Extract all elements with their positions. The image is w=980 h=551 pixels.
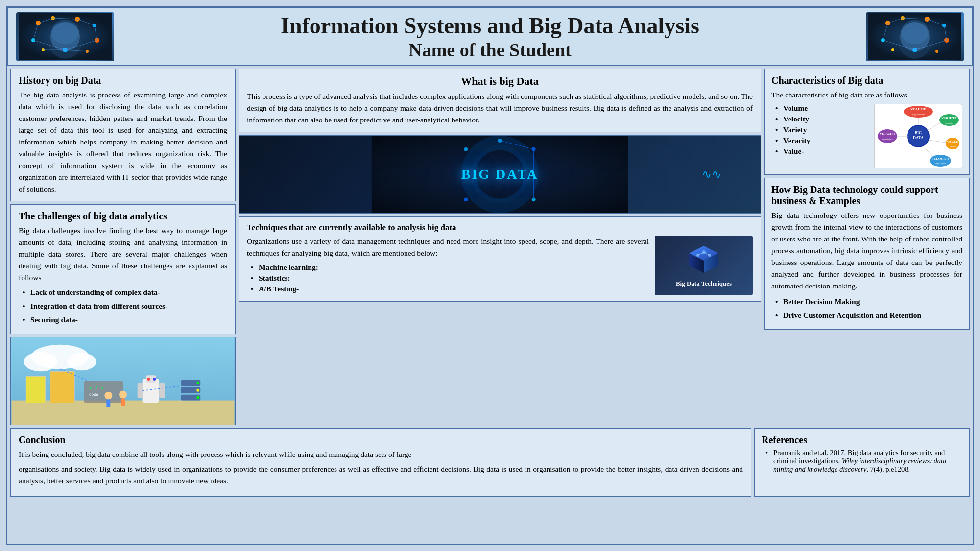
left-column: History on big Data The big data analysi… — [10, 69, 236, 425]
what-title: What is big Data — [247, 75, 753, 88]
char-subtitle: The characteristics of big data are as f… — [771, 89, 962, 101]
techniques-body: Organizations use a variety of data mana… — [247, 236, 753, 295]
svg-rect-65 — [106, 400, 110, 407]
svg-point-52 — [147, 378, 150, 381]
svg-point-2 — [51, 20, 79, 44]
svg-text:huge amount: huge amount — [912, 113, 925, 116]
challenges-bullets: Lack of understanding of complex data- I… — [19, 287, 227, 326]
history-body: The big data analysis is process of exam… — [19, 89, 227, 195]
svg-text:code: code — [89, 392, 98, 397]
svg-point-76 — [464, 147, 468, 151]
svg-text:< / >: < / > — [89, 385, 104, 391]
svg-point-77 — [464, 198, 468, 202]
sub-title: Name of the Student — [281, 39, 699, 61]
references-title: References — [762, 434, 962, 446]
techniques-img-label: Big Data Techniques — [676, 280, 732, 287]
techniques-panel: Techniques that are currently available … — [239, 216, 761, 302]
history-title: History on big Data — [19, 75, 227, 86]
svg-text:VELOCITY: VELOCITY — [931, 157, 949, 161]
poster: Information Systems and Big Data Analysi… — [6, 6, 974, 545]
svg-point-43 — [24, 352, 57, 372]
char-var: Variety — [775, 125, 870, 134]
challenges-panel: The challenges of big data analytics Big… — [10, 204, 236, 334]
svg-rect-46 — [50, 372, 74, 403]
char-vel: Velocity — [775, 115, 870, 123]
svg-rect-67 — [121, 399, 125, 406]
header: Information Systems and Big Data Analysi… — [7, 7, 973, 66]
svg-rect-55 — [159, 383, 165, 398]
char-vol: Volume — [775, 104, 870, 113]
techniques-title: Techniques that are currently available … — [247, 223, 753, 233]
svg-rect-45 — [26, 377, 46, 403]
conclusion-body: It is being concluded, big data combine … — [19, 449, 743, 487]
reference-1: Pramanik and et.al, 2017. Big data analy… — [765, 449, 962, 474]
howbig-bullet-2: Drive Customer Acquisition and Retention — [775, 310, 962, 321]
techniques-bullets: Machine learning: Statistics: A/B Testin… — [247, 263, 649, 293]
svg-text:VALUE: VALUE — [947, 140, 958, 144]
howbig-body: Big data technology offers new opportuni… — [771, 210, 962, 321]
svg-text:VARIETY: VARIETY — [941, 116, 956, 120]
header-image-left — [16, 12, 114, 61]
svg-text:BIG: BIG — [915, 131, 922, 135]
bigdata-image: BIG DATA ∿∿ — [239, 135, 761, 214]
techniques-intro: Organizations use a variety of data mana… — [247, 236, 649, 259]
svg-point-31 — [891, 48, 894, 51]
challenges-body: Big data challenges involve finding the … — [19, 225, 227, 326]
bigdata-image-label: BIG DATA — [461, 167, 539, 182]
howbig-bullet-1: Better Decision Making — [775, 296, 962, 308]
svg-point-32 — [935, 50, 938, 53]
technique-3: A/B Testing- — [251, 285, 649, 293]
technique-2: Statistics: — [251, 274, 649, 283]
svg-point-66 — [119, 391, 127, 399]
svg-point-9 — [63, 48, 68, 52]
svg-point-57 — [196, 382, 199, 384]
challenges-title: The challenges of big data analytics — [19, 211, 227, 222]
conclusion-title: Conclusion — [19, 434, 743, 446]
svg-point-59 — [196, 389, 199, 392]
char-bullets: Volume Velocity Variety Veracity Value- — [771, 104, 870, 156]
char-vera: Veracity — [775, 136, 870, 145]
svg-text:uncertainty: uncertainty — [882, 138, 893, 140]
svg-text:high speed: high speed — [935, 162, 946, 165]
right-column: Characteristics of Big data The characte… — [764, 69, 970, 330]
svg-point-53 — [153, 378, 156, 381]
bottom-left-illustration: < / > code — [10, 337, 236, 425]
svg-point-44 — [67, 353, 96, 371]
references-panel: References Pramanik and et.al, 2017. Big… — [754, 428, 970, 496]
howbig-panel: How Big Data technology could support bu… — [764, 178, 970, 330]
svg-text:VOLUME: VOLUME — [910, 107, 926, 111]
char-inner: Volume Velocity Variety Veracity Value- — [771, 104, 962, 168]
char-list: Volume Velocity Variety Veracity Value- — [771, 104, 870, 168]
svg-text:formats: formats — [945, 122, 953, 124]
what-body: This process is a type of advanced analy… — [247, 91, 753, 126]
svg-point-108 — [878, 129, 897, 143]
svg-text:useful: useful — [950, 145, 956, 148]
bottom-row: Conclusion It is being concluded, big da… — [7, 428, 973, 499]
techniques-text: Organizations use a variety of data mana… — [247, 236, 649, 295]
svg-point-64 — [104, 392, 112, 400]
howbig-bullets: Better Decision Making Drive Customer Ac… — [771, 296, 962, 321]
center-column: What is big Data This process is a type … — [239, 69, 761, 302]
challenge-item-3: Securing data- — [23, 314, 227, 326]
svg-text:DATA: DATA — [913, 136, 924, 140]
characteristics-panel: Characteristics of Big data The characte… — [764, 69, 970, 175]
char-title: Characteristics of Big data — [771, 75, 962, 86]
conclusion-panel: Conclusion It is being concluded, big da… — [10, 428, 751, 496]
svg-point-61 — [196, 396, 199, 399]
header-title-block: Information Systems and Big Data Analysi… — [281, 12, 699, 61]
svg-text:VERACITY: VERACITY — [880, 132, 896, 135]
howbig-title: How Big Data technology could support bu… — [771, 184, 962, 207]
what-is-bigdata-panel: What is big Data This process is a type … — [239, 69, 761, 132]
techniques-image: Big Data Techniques — [655, 236, 753, 295]
references-list: Pramanik and et.al, 2017. Big data analy… — [762, 449, 962, 474]
char-val: Value- — [775, 147, 870, 156]
challenge-item-1: Lack of understanding of complex data- — [23, 287, 227, 298]
char-diagram: BIG DATA VOLUME huge amount VARIETY form… — [874, 104, 962, 168]
main-title: Information Systems and Big Data Analysi… — [281, 12, 699, 39]
history-panel: History on big Data The big data analysi… — [10, 69, 236, 201]
technique-1: Machine learning: — [251, 263, 649, 272]
svg-point-23 — [901, 20, 929, 44]
challenge-item-2: Integration of data from different sourc… — [23, 300, 227, 312]
svg-point-30 — [912, 48, 917, 52]
header-image-right — [866, 12, 964, 61]
